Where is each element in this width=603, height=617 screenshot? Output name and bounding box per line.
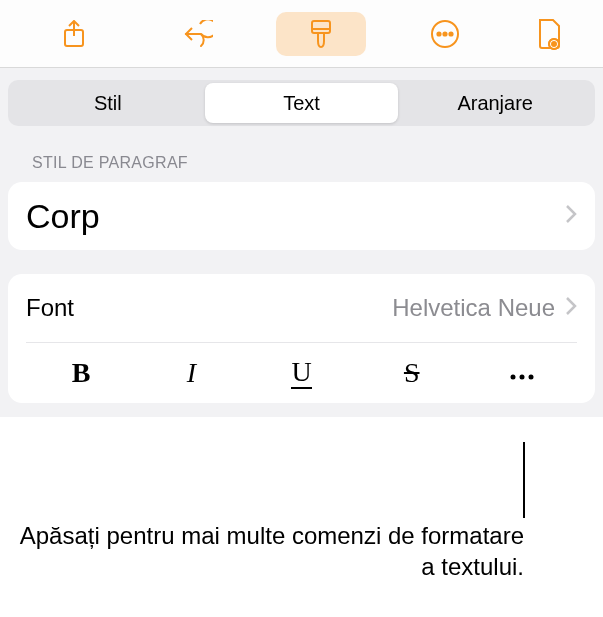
share-icon: [63, 20, 85, 48]
tab-style[interactable]: Stil: [11, 83, 205, 123]
tab-arrange[interactable]: Aranjare: [398, 83, 592, 123]
font-row[interactable]: Font Helvetica Neue: [26, 274, 577, 342]
chevron-right-icon: [565, 204, 577, 228]
share-button[interactable]: [29, 12, 119, 56]
paragraph-style-value: Corp: [26, 197, 565, 236]
format-tabs-area: Stil Text Aranjare: [0, 68, 603, 126]
format-button[interactable]: [276, 12, 366, 56]
callout-leader-line: [523, 442, 525, 518]
undo-icon: [183, 20, 213, 48]
text-style-row: B I U S: [26, 343, 577, 403]
font-card: Font Helvetica Neue B I U S: [8, 274, 595, 403]
ellipsis-icon: [430, 19, 460, 49]
paragraph-style-header: STIL DE PARAGRAF: [32, 154, 595, 172]
document-view-button[interactable]: [524, 12, 574, 56]
svg-rect-1: [312, 21, 330, 33]
brush-icon: [308, 19, 334, 49]
ellipsis-icon: [508, 357, 536, 389]
svg-point-3: [438, 32, 441, 35]
underline-button[interactable]: U: [246, 343, 356, 403]
bold-button[interactable]: B: [26, 343, 136, 403]
text-format-panel: STIL DE PARAGRAF Corp Font Helvetica Neu…: [0, 126, 603, 403]
svg-point-5: [450, 32, 453, 35]
document-view-icon: [535, 18, 563, 50]
font-value: Helvetica Neue: [392, 294, 555, 322]
italic-glyph: I: [187, 357, 196, 389]
top-toolbar: [0, 0, 603, 68]
italic-button[interactable]: I: [136, 343, 246, 403]
strike-glyph: S: [404, 357, 420, 389]
tab-text[interactable]: Text: [205, 83, 399, 123]
callout-text: Apăsați pentru mai multe comenzi de form…: [0, 520, 560, 582]
svg-point-11: [528, 375, 533, 380]
svg-point-9: [510, 375, 515, 380]
paragraph-style-card: Corp: [8, 182, 595, 250]
undo-button[interactable]: [153, 12, 243, 56]
format-tabs: Stil Text Aranjare: [8, 80, 595, 126]
svg-point-10: [519, 375, 524, 380]
underline-glyph: U: [291, 358, 311, 389]
more-text-options-button[interactable]: [467, 343, 577, 403]
font-label: Font: [26, 294, 74, 322]
more-button[interactable]: [400, 12, 490, 56]
svg-point-4: [444, 32, 447, 35]
bold-glyph: B: [72, 357, 91, 389]
strikethrough-button[interactable]: S: [357, 343, 467, 403]
chevron-right-icon: [565, 296, 577, 320]
paragraph-style-row[interactable]: Corp: [26, 182, 577, 250]
svg-point-8: [552, 42, 556, 46]
